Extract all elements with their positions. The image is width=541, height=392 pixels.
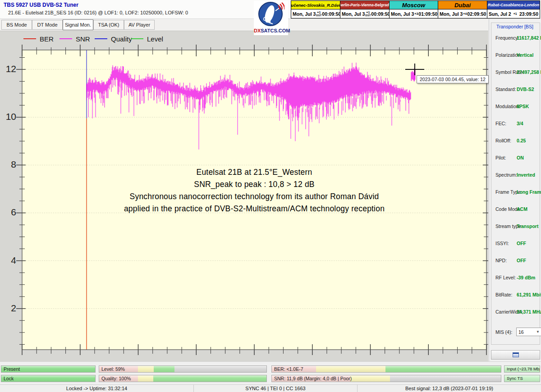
bar-segment	[153, 375, 266, 382]
tab-av-player[interactable]: AV Player	[124, 20, 155, 30]
bar-segment	[1, 375, 95, 382]
clock-time: Mon, Jul 3+1DST00:09:50	[340, 9, 389, 18]
clock-cell: Rabat-Casablanca-LondonSun, Jul 2+123:09…	[487, 0, 540, 18]
bar-segment	[138, 366, 154, 372]
field-label-standard-: Standard:	[495, 87, 516, 92]
annotation-line: applied in the practice of DVB-S2-Multis…	[22, 203, 486, 215]
field-value-issyi-: OFF	[517, 241, 526, 246]
y-tick-label: 2	[1, 303, 16, 314]
bar-segment	[385, 366, 501, 372]
mis-dropdown[interactable]: 16 ▼	[516, 328, 541, 336]
signal-status-bars: PresentLockLevel: 59%Quality: 100%BER: <…	[0, 361, 541, 384]
clock-day: Mon, Jul 3	[342, 11, 365, 17]
transponder-groupbox: Transponder [BS] Frequency:11617,842 MHz…	[491, 23, 540, 345]
mis-label: MIS (4):	[495, 329, 512, 335]
y-tick-label: 12	[1, 64, 16, 74]
clock-time: Mon, Jul 3+301:09:50	[390, 9, 438, 18]
snr-bar-label: SNR: 11,9 dB (Margin: 4,0 dB | Poor)	[274, 376, 352, 381]
annotation-line: Synchronous nanocorrection technology fr…	[22, 191, 486, 203]
clock-hhmmss: 23:09:50	[519, 11, 538, 17]
field-value-stream-type-: Transport	[517, 223, 538, 229]
field-value-spectrum-: Inverted	[517, 172, 535, 178]
value-tooltip: 2023-07-03 00.04.45, value: 12	[417, 75, 489, 83]
field-value-rf-level-: -39 dBm	[517, 275, 535, 280]
app-title: TBS 5927 USB DVB-S2 Tuner	[4, 2, 78, 8]
input-bar: Input (~23,78 Mbps)	[504, 365, 540, 373]
annotation-line: SNR_peak to peak : 10,8 > 12 dB	[22, 178, 486, 191]
y-tick-label: 4	[1, 255, 16, 266]
clock-utc-offset: +1	[513, 12, 517, 15]
field-label-bitrate-: BitRate:	[495, 292, 512, 297]
clock-hhmmss: 01:09:50	[418, 11, 437, 17]
logo-text: DXSATCS.COM	[254, 28, 288, 33]
clock-time: Mon, Jul 3+1DST00:09:50	[291, 9, 340, 18]
world-clocks: Lučenec-Slovakia_R.DávidMon, Jul 3+1DST0…	[291, 0, 540, 18]
clock-cell: MoscowMon, Jul 3+301:09:50	[390, 0, 438, 18]
field-value-bitrate-: 61,291 Mbit/s	[517, 292, 541, 297]
level-bar-label: Level: 59%	[101, 366, 125, 372]
y-tick-label: 10	[1, 111, 16, 122]
field-value-npd-: OFF	[517, 258, 526, 263]
clock-cell: DubaiMon, Jul 3+402:09:50	[438, 0, 487, 18]
clock-day: Sun, Jul 2	[489, 11, 511, 17]
bar-segment	[154, 366, 174, 372]
tuner-subtitle: 21.6E - Eutelsat 21B_SES 16 (ID: 0216) @…	[8, 10, 188, 15]
ber-bar: BER: <1.0E-7	[271, 365, 501, 373]
present-indicator-label: Present	[4, 366, 20, 372]
bar-segment	[174, 366, 266, 372]
dxsatcs-logo: DXSATCS.COM	[254, 1, 288, 35]
tab-bs-mode[interactable]: BS Mode	[1, 20, 32, 30]
clock-city-label: Dubai	[438, 1, 487, 9]
snr-bar: SNR: 11,9 dB (Margin: 4,0 dB | Poor)	[271, 375, 501, 382]
field-value-frequency-: 11617,842 MHz	[517, 35, 541, 41]
clock-utc-offset: +3	[414, 12, 418, 15]
transponder-panel: Transponder [BS] Frequency:11617,842 MHz…	[489, 19, 541, 361]
tab-dt-mode[interactable]: DT Mode	[32, 20, 63, 30]
status-bar: Locked -> Uptime: 31:32:14 SYNC 46 | TEI…	[0, 384, 541, 392]
logo-text-dx: DX	[254, 28, 261, 33]
status-sync-counters: SYNC 46 | TEI 0 | CC 1663	[194, 385, 358, 392]
window-icon	[513, 352, 519, 357]
field-label-rolloff-: RollOff:	[495, 138, 511, 143]
signal-chart: BERSNRQualityLevel 24681012 Eutelsat 21B…	[0, 31, 488, 361]
tab-bar: BS ModeDT ModeSignal Mon.TSA (OK)AV Play…	[0, 19, 488, 31]
field-label-frequency-: Frequency:	[495, 35, 519, 41]
clock-cell: Berlin-Paris-Vienna-BelgradeMon, Jul 3+1…	[340, 0, 390, 18]
clock-utc-offset: +4	[463, 12, 467, 15]
field-value-frame-type-: Long Frame	[517, 189, 541, 195]
clock-time: Sun, Jul 2+123:09:50	[487, 9, 540, 18]
field-label-issyi-: ISSYI:	[495, 241, 509, 246]
clock-hhmmss: 02:09:50	[467, 11, 486, 17]
level-bar: Level: 59%	[99, 365, 267, 373]
clock-city-label: Moscow	[390, 1, 438, 9]
quality-bar-label: Quality: 100%	[101, 376, 131, 381]
field-label-pilot-: Pilot:	[495, 155, 506, 160]
clock-day: Mon, Jul 3	[391, 11, 414, 17]
lock-indicator-label: Lock	[4, 376, 14, 381]
syncts-bar: Sync TS	[504, 375, 540, 382]
field-value-carrierwidth-: 34,371 MHz	[517, 309, 541, 315]
field-label-npd-: NPD:	[495, 258, 507, 263]
field-value-rolloff-: 0.25	[517, 138, 526, 143]
y-tick-label: 8	[1, 159, 16, 170]
bar-segment	[316, 366, 385, 372]
status-best-signal: Best signal: 12,3 dB (2023-07-01 19:19)	[358, 385, 541, 392]
field-label-spectrum-: Spectrum:	[495, 172, 517, 178]
clock-city-label: Rabat-Casablanca-London	[487, 1, 540, 9]
clock-city-label: Berlin-Paris-Vienna-Belgrade	[340, 1, 389, 9]
tab-tsa-ok-[interactable]: TSA (OK)	[93, 20, 124, 30]
chevron-down-icon: ▼	[536, 330, 540, 334]
clock-city-label: Lučenec-Slovakia_R.Dávid	[291, 1, 340, 9]
clock-time: Mon, Jul 3+402:09:50	[438, 9, 487, 18]
panel-toggle-button[interactable]	[491, 350, 540, 360]
clock-hhmmss: 00:09:50	[322, 11, 341, 17]
clock-day: Mon, Jul 3	[293, 11, 316, 17]
logo-text-rest: SATCS.COM	[261, 28, 290, 33]
field-value-fec-: 3/4	[517, 121, 523, 126]
clock-utc-offset: +1DST	[316, 11, 321, 17]
bar-segment	[390, 375, 501, 382]
satellite-dish-icon	[257, 1, 284, 27]
tab-signal-mon-[interactable]: Signal Mon.	[63, 19, 93, 30]
field-value-pilot-: ON	[517, 155, 524, 160]
y-tick-label: 6	[1, 207, 16, 218]
